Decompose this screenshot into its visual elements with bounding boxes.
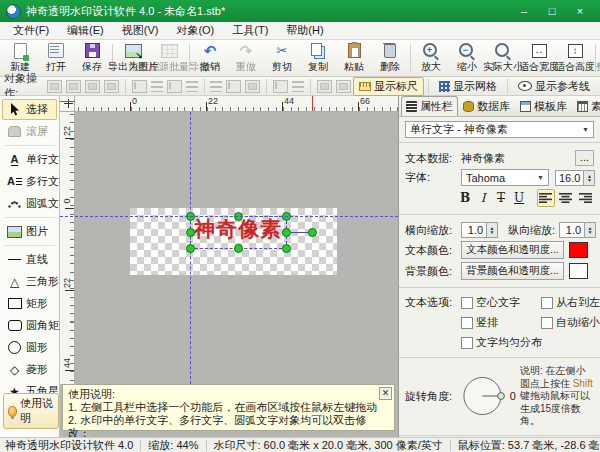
new-button[interactable]: 新建 <box>2 42 38 75</box>
cut-button[interactable]: ✂剪切 <box>264 42 300 75</box>
copy-button[interactable]: 复制 <box>300 42 336 75</box>
menu-object[interactable]: 对象(O) <box>167 22 223 39</box>
text-color-swatch[interactable] <box>569 242 588 258</box>
maximize-button[interactable]: □ <box>538 1 566 21</box>
text-data-value[interactable]: 神奇像素 <box>461 151 505 166</box>
rotation-handle[interactable] <box>308 228 317 237</box>
fit-height-button[interactable]: ↕适合高度 <box>557 42 593 75</box>
redo-button[interactable]: ↷重做 <box>228 42 264 75</box>
bring-to-front-icon[interactable] <box>47 80 62 93</box>
paste-button[interactable]: 粘贴 <box>336 42 372 75</box>
same-width-icon[interactable] <box>292 81 304 92</box>
open-button[interactable]: 打开 <box>38 42 74 75</box>
distribute-horizontal-icon[interactable] <box>245 80 260 93</box>
bg-color-swatch[interactable] <box>569 263 588 279</box>
strikethrough-button[interactable]: T <box>493 189 509 207</box>
align-middle-icon[interactable] <box>210 81 222 92</box>
menu-tools[interactable]: 工具(T) <box>223 22 277 39</box>
horizontal-guide-line[interactable] <box>60 216 398 217</box>
send-to-back-icon[interactable] <box>66 80 81 93</box>
h-ruler-label: 0 <box>132 96 137 106</box>
menu-file[interactable]: 文件(F) <box>4 22 58 39</box>
font-size-spinner[interactable]: 16.0▲▼ <box>555 170 595 186</box>
italic-button[interactable]: I <box>475 189 491 207</box>
h-scale-spinner[interactable]: 1.0▲▼ <box>461 222 498 238</box>
menu-edit[interactable]: 编辑(E) <box>58 22 113 39</box>
spinner-arrows-icon[interactable]: ▲▼ <box>584 170 595 186</box>
actual-size-button[interactable]: 实际大小 <box>485 42 521 75</box>
tab-templates[interactable]: 模板库 <box>515 96 572 116</box>
tab-database[interactable]: 数据库 <box>458 96 515 116</box>
menu-view[interactable]: 视图(V) <box>113 22 168 39</box>
close-button[interactable]: × <box>566 1 594 21</box>
usage-help-button[interactable]: 使用说明 <box>3 393 59 429</box>
text-color-button[interactable]: 文本颜色和透明度... <box>461 241 564 259</box>
checkbox-even-distribution[interactable]: 文字均匀分布 <box>461 335 539 350</box>
help-close-icon[interactable]: ✕ <box>379 387 392 400</box>
tool-arc-text[interactable]: 圆弧文字 <box>2 193 57 214</box>
save-button[interactable]: 保存 <box>74 42 110 75</box>
fit-width-button[interactable]: ↔适合宽度 <box>521 42 557 75</box>
spinner-arrows-icon[interactable]: ▲▼ <box>487 222 498 238</box>
minimize-button[interactable]: – <box>510 1 538 21</box>
watermark-text[interactable]: 神奇像素 <box>194 217 294 241</box>
same-size-icon[interactable] <box>336 80 351 93</box>
tool-image[interactable]: 图片 <box>2 221 57 242</box>
selection-handle-bottom-left[interactable] <box>186 244 195 253</box>
show-grid-button[interactable]: 显示网格 <box>433 77 503 96</box>
text-data-more-button[interactable]: ... <box>575 150 594 166</box>
tool-rectangle[interactable]: 矩形 <box>2 293 57 314</box>
bold-button[interactable]: B <box>457 189 473 207</box>
align-left-icon[interactable] <box>132 80 147 93</box>
align-center-icon[interactable] <box>151 81 163 92</box>
selection-handle-bottom-right[interactable] <box>282 244 291 253</box>
batch-export-button[interactable]: 依数据源批量导出 <box>151 42 187 75</box>
align-top-icon[interactable] <box>186 81 198 92</box>
scale-color-section: 横向缩放: 1.0▲▼ 纵向缩放: 1.0▲▼ 文本颜色: 文本颜色和透明度..… <box>399 215 600 288</box>
selection-handle-middle-left[interactable] <box>186 228 195 237</box>
tool-single-line-text[interactable]: A单行文字 <box>2 149 57 170</box>
text-options-label: 文本选项: <box>405 295 461 310</box>
zoom-in-button[interactable]: +放大 <box>413 42 449 75</box>
bg-color-button[interactable]: 背景颜色和透明度... <box>461 262 564 280</box>
distribute-vertical-icon[interactable] <box>273 80 288 93</box>
object-selector-dropdown[interactable]: 单行文字 - 神奇像素▼ <box>405 121 594 138</box>
checkbox-right-to-left[interactable]: 从右到左显示 <box>541 295 600 310</box>
tool-circle[interactable]: 圆形 <box>2 337 57 358</box>
delete-button[interactable]: 删除 <box>372 42 408 75</box>
vertical-ruler: 22 0 22 44 <box>60 112 75 384</box>
zoom-out-button[interactable]: −缩小 <box>449 42 485 75</box>
tool-triangle[interactable]: △三角形 <box>2 271 57 292</box>
tool-multi-line-text[interactable]: A多行文字 <box>2 171 57 192</box>
align-left-button[interactable] <box>537 189 555 207</box>
show-guides-button[interactable]: 显示参考线 <box>512 77 596 96</box>
font-family-dropdown[interactable]: Tahoma▼ <box>461 169 549 186</box>
align-right-button[interactable] <box>576 189 594 207</box>
tool-select[interactable]: 选择 <box>2 99 57 120</box>
move-layer-down-icon[interactable] <box>104 80 119 93</box>
tab-materials[interactable]: 素材库 <box>572 96 600 116</box>
lightbulb-icon <box>8 406 17 417</box>
tab-properties[interactable]: 属性栏 <box>401 96 458 116</box>
v-scale-spinner[interactable]: 1.0▲▼ <box>559 222 596 238</box>
selection-handle-bottom-center[interactable] <box>234 244 243 253</box>
selection-handle-middle-right[interactable] <box>282 228 291 237</box>
tool-line[interactable]: 直线 <box>2 249 57 270</box>
move-layer-up-icon[interactable] <box>85 80 100 93</box>
checkbox-hollow-text[interactable]: 空心文字 <box>461 295 539 310</box>
underline-button[interactable]: U <box>511 189 527 207</box>
checkbox-auto-shrink-font[interactable]: 自动缩小字体 <box>541 315 600 330</box>
tool-rounded-rectangle[interactable]: 圆角矩形 <box>2 315 57 336</box>
checkbox-vertical-text[interactable]: 竖排 <box>461 315 539 330</box>
menu-help[interactable]: 帮助(H) <box>277 22 332 39</box>
rotation-dial[interactable] <box>461 373 508 419</box>
same-height-icon[interactable] <box>317 80 332 93</box>
checkbox-icon <box>541 297 553 309</box>
show-ruler-button[interactable]: 显示标尺 <box>353 77 424 96</box>
align-center-button[interactable] <box>557 189 575 207</box>
align-bottom-icon[interactable] <box>226 80 241 93</box>
spinner-arrows-icon[interactable]: ▲▼ <box>585 222 596 238</box>
tool-scroll[interactable]: 滚屏 <box>2 121 57 142</box>
align-right-icon[interactable] <box>167 80 182 93</box>
tool-diamond[interactable]: ◇菱形 <box>2 359 57 380</box>
